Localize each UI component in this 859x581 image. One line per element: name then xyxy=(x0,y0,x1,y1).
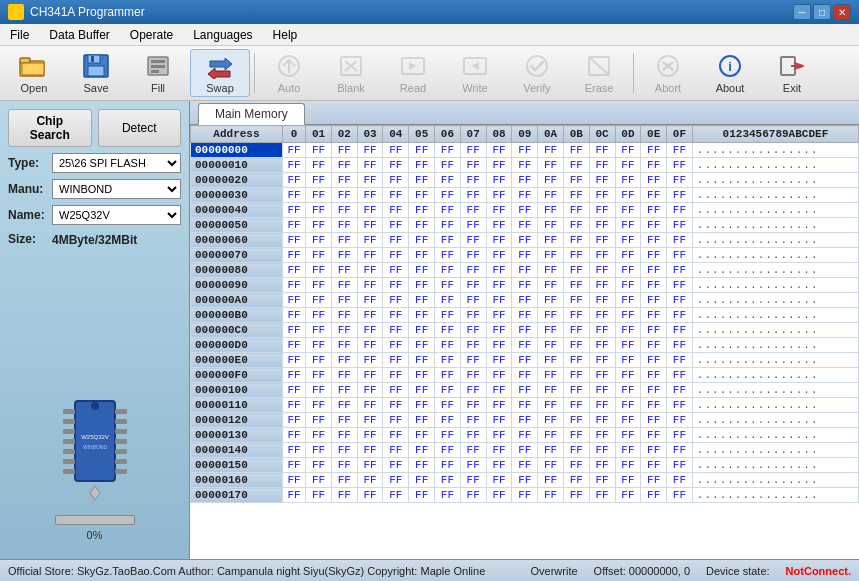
hex-byte[interactable]: FF xyxy=(641,443,667,458)
hex-byte[interactable]: FF xyxy=(409,218,435,233)
hex-byte[interactable]: FF xyxy=(589,173,615,188)
hex-byte[interactable]: FF xyxy=(512,428,538,443)
hex-byte[interactable]: FF xyxy=(306,248,332,263)
hex-byte[interactable]: FF xyxy=(641,458,667,473)
hex-byte[interactable]: FF xyxy=(615,383,641,398)
hex-scroll-area[interactable]: Address 0 01 02 03 04 05 06 07 08 09 0A xyxy=(190,125,859,559)
hex-byte[interactable]: FF xyxy=(641,248,667,263)
hex-byte[interactable]: FF xyxy=(409,188,435,203)
hex-byte[interactable]: FF xyxy=(512,443,538,458)
hex-byte[interactable]: FF xyxy=(460,278,486,293)
hex-byte[interactable]: FF xyxy=(383,203,409,218)
hex-byte[interactable]: FF xyxy=(383,233,409,248)
hex-byte[interactable]: FF xyxy=(460,233,486,248)
hex-byte[interactable]: FF xyxy=(615,143,641,158)
hex-byte[interactable]: FF xyxy=(641,263,667,278)
hex-byte[interactable]: FF xyxy=(667,398,693,413)
hex-byte[interactable]: FF xyxy=(331,413,357,428)
hex-byte[interactable]: FF xyxy=(641,398,667,413)
hex-byte[interactable]: FF xyxy=(615,263,641,278)
hex-byte[interactable]: FF xyxy=(306,308,332,323)
hex-byte[interactable]: FF xyxy=(667,323,693,338)
hex-byte[interactable]: FF xyxy=(383,473,409,488)
hex-byte[interactable]: FF xyxy=(435,308,461,323)
hex-byte[interactable]: FF xyxy=(383,458,409,473)
hex-byte[interactable]: FF xyxy=(357,233,383,248)
hex-byte[interactable]: FF xyxy=(641,233,667,248)
hex-byte[interactable]: FF xyxy=(331,383,357,398)
hex-byte[interactable]: FF xyxy=(667,218,693,233)
hex-byte[interactable]: FF xyxy=(357,278,383,293)
hex-byte[interactable]: FF xyxy=(615,473,641,488)
hex-byte[interactable]: FF xyxy=(306,398,332,413)
hex-byte[interactable]: FF xyxy=(538,458,564,473)
hex-byte[interactable]: FF xyxy=(615,233,641,248)
hex-byte[interactable]: FF xyxy=(383,218,409,233)
hex-byte[interactable]: FF xyxy=(460,248,486,263)
hex-byte[interactable]: FF xyxy=(563,143,589,158)
hex-byte[interactable]: FF xyxy=(538,233,564,248)
menu-file[interactable]: File xyxy=(0,26,39,44)
hex-byte[interactable]: FF xyxy=(282,218,305,233)
hex-byte[interactable]: FF xyxy=(357,473,383,488)
hex-byte[interactable]: FF xyxy=(641,383,667,398)
hex-byte[interactable]: FF xyxy=(409,158,435,173)
hex-byte[interactable]: FF xyxy=(667,383,693,398)
close-button[interactable]: ✕ xyxy=(833,4,851,20)
hex-byte[interactable]: FF xyxy=(331,203,357,218)
hex-byte[interactable]: FF xyxy=(331,248,357,263)
hex-byte[interactable]: FF xyxy=(486,278,512,293)
hex-byte[interactable]: FF xyxy=(538,353,564,368)
hex-byte[interactable]: FF xyxy=(563,263,589,278)
hex-byte[interactable]: FF xyxy=(641,428,667,443)
hex-byte[interactable]: FF xyxy=(282,203,305,218)
hex-byte[interactable]: FF xyxy=(512,263,538,278)
hex-byte[interactable]: FF xyxy=(306,323,332,338)
hex-byte[interactable]: FF xyxy=(306,428,332,443)
hex-byte[interactable]: FF xyxy=(667,473,693,488)
hex-byte[interactable]: FF xyxy=(589,398,615,413)
hex-byte[interactable]: FF xyxy=(563,218,589,233)
hex-byte[interactable]: FF xyxy=(563,338,589,353)
hex-byte[interactable]: FF xyxy=(357,413,383,428)
hex-byte[interactable]: FF xyxy=(435,143,461,158)
hex-byte[interactable]: FF xyxy=(538,188,564,203)
hex-byte[interactable]: FF xyxy=(306,263,332,278)
hex-byte[interactable]: FF xyxy=(667,293,693,308)
hex-byte[interactable]: FF xyxy=(409,233,435,248)
hex-byte[interactable]: FF xyxy=(589,143,615,158)
hex-byte[interactable]: FF xyxy=(641,368,667,383)
hex-byte[interactable]: FF xyxy=(306,158,332,173)
hex-byte[interactable]: FF xyxy=(563,383,589,398)
hex-byte[interactable]: FF xyxy=(383,143,409,158)
hex-byte[interactable]: FF xyxy=(486,188,512,203)
hex-byte[interactable]: FF xyxy=(538,248,564,263)
hex-byte[interactable]: FF xyxy=(667,143,693,158)
hex-byte[interactable]: FF xyxy=(306,473,332,488)
hex-byte[interactable]: FF xyxy=(641,293,667,308)
hex-byte[interactable]: FF xyxy=(589,323,615,338)
hex-byte[interactable]: FF xyxy=(357,353,383,368)
hex-byte[interactable]: FF xyxy=(435,413,461,428)
menu-data-buffer[interactable]: Data Buffer xyxy=(39,26,119,44)
hex-byte[interactable]: FF xyxy=(435,218,461,233)
hex-byte[interactable]: FF xyxy=(615,443,641,458)
hex-byte[interactable]: FF xyxy=(615,308,641,323)
hex-byte[interactable]: FF xyxy=(589,473,615,488)
hex-byte[interactable]: FF xyxy=(409,473,435,488)
hex-byte[interactable]: FF xyxy=(486,413,512,428)
hex-byte[interactable]: FF xyxy=(512,338,538,353)
hex-byte[interactable]: FF xyxy=(383,248,409,263)
hex-byte[interactable]: FF xyxy=(409,383,435,398)
hex-byte[interactable]: FF xyxy=(460,413,486,428)
hex-byte[interactable]: FF xyxy=(512,488,538,503)
hex-byte[interactable]: FF xyxy=(357,158,383,173)
hex-byte[interactable]: FF xyxy=(282,248,305,263)
hex-byte[interactable]: FF xyxy=(435,158,461,173)
hex-byte[interactable]: FF xyxy=(331,323,357,338)
hex-byte[interactable]: FF xyxy=(641,413,667,428)
hex-byte[interactable]: FF xyxy=(306,218,332,233)
hex-byte[interactable]: FF xyxy=(460,263,486,278)
hex-byte[interactable]: FF xyxy=(282,443,305,458)
hex-byte[interactable]: FF xyxy=(615,173,641,188)
